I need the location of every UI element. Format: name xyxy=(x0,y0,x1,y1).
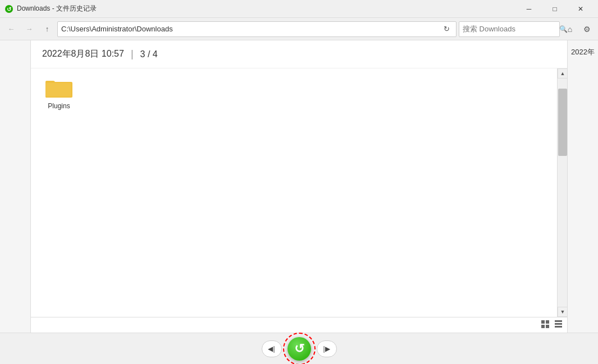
timestamp-text: 2022年8月8日 10:57 xyxy=(42,48,124,60)
search-container: 🔍 xyxy=(459,21,560,37)
history-panel-left xyxy=(0,40,31,333)
restore-icon xyxy=(287,337,311,361)
timestamp-bar: 2022年8月8日 10:57 | 3 / 4 xyxy=(31,40,567,68)
up-icon: ↑ xyxy=(45,25,49,33)
next-icon: |▶ xyxy=(323,345,330,353)
svg-rect-9 xyxy=(555,323,562,325)
large-icon-view-button[interactable] xyxy=(553,319,565,331)
folder-name: Plugins xyxy=(48,102,70,110)
folder-icon xyxy=(45,77,72,100)
svg-rect-5 xyxy=(546,320,549,324)
home-icon: ⌂ xyxy=(568,25,572,34)
window-title: Downloads - 文件历史记录 xyxy=(17,4,516,13)
center-content: 2022年8月8日 10:57 | 3 / 4 xyxy=(31,40,567,333)
minimize-button[interactable]: ─ xyxy=(516,0,542,18)
svg-rect-4 xyxy=(541,320,545,324)
title-bar: ↺ Downloads - 文件历史记录 ─ □ ✕ xyxy=(0,0,598,18)
details-view-button[interactable] xyxy=(539,319,551,331)
restore-button[interactable] xyxy=(286,336,312,362)
toolbar-right-buttons: ⌂ ⚙ xyxy=(562,21,595,37)
window-controls: ─ □ ✕ xyxy=(516,0,594,18)
bottom-nav: ◀| |▶ xyxy=(0,333,598,364)
scrollbar-thumb[interactable] xyxy=(558,89,567,156)
svg-rect-7 xyxy=(546,325,549,328)
refresh-icon: ↻ xyxy=(444,25,450,33)
scrollbar-up-arrow[interactable]: ▲ xyxy=(558,68,567,79)
svg-text:↺: ↺ xyxy=(7,6,12,12)
next-button[interactable]: |▶ xyxy=(317,340,337,357)
address-input[interactable] xyxy=(61,25,438,33)
scrollbar-down-arrow[interactable]: ▼ xyxy=(558,307,567,317)
folder-item-plugins[interactable]: Plugins xyxy=(36,74,81,113)
forward-button[interactable]: → xyxy=(21,21,37,37)
restore-button-container xyxy=(286,336,312,362)
search-input[interactable] xyxy=(463,25,557,33)
back-icon: ← xyxy=(8,25,15,33)
svg-rect-3 xyxy=(46,83,71,96)
maximize-button[interactable]: □ xyxy=(542,0,568,18)
details-view-icon xyxy=(541,320,549,330)
address-bar-container: ↻ xyxy=(57,21,457,37)
view-controls xyxy=(31,317,567,333)
prev-icon: ◀| xyxy=(268,345,275,353)
main-area: 2022年8月8日 10:57 | 3 / 4 xyxy=(0,40,598,333)
file-content: Plugins xyxy=(31,68,557,317)
file-area: Plugins ▲ ▼ xyxy=(31,68,567,317)
settings-button[interactable]: ⚙ xyxy=(579,21,595,37)
history-panel-right: 2022年 xyxy=(567,40,598,333)
separator: | xyxy=(131,48,134,60)
toolbar: ← → ↑ ↻ 🔍 ⌂ ⚙ xyxy=(0,18,598,40)
scrollbar-track: ▲ ▼ xyxy=(557,68,567,317)
history-date-right: 2022年 xyxy=(568,43,598,62)
large-icon-view-icon xyxy=(555,320,563,330)
home-button[interactable]: ⌂ xyxy=(562,21,578,37)
svg-rect-10 xyxy=(555,326,562,328)
app-icon: ↺ xyxy=(4,4,13,13)
back-button[interactable]: ← xyxy=(3,21,19,37)
page-indicator: 3 / 4 xyxy=(140,49,158,59)
refresh-button[interactable]: ↻ xyxy=(440,23,453,35)
settings-icon: ⚙ xyxy=(583,25,591,34)
svg-rect-8 xyxy=(555,320,562,322)
svg-rect-6 xyxy=(541,325,545,328)
prev-button[interactable]: ◀| xyxy=(262,340,282,357)
close-button[interactable]: ✕ xyxy=(568,0,594,18)
up-button[interactable]: ↑ xyxy=(39,21,55,37)
forward-icon: → xyxy=(26,25,33,33)
